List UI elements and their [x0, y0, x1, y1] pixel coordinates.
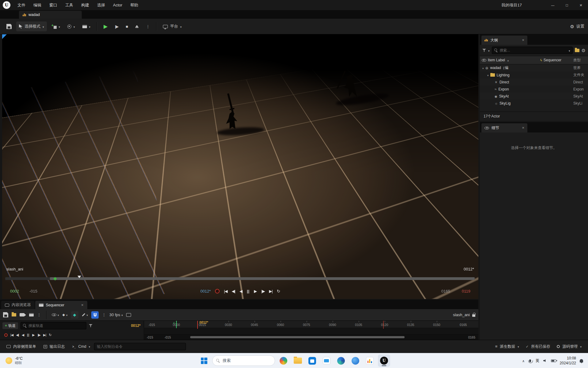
menu-actor[interactable]: Actor — [109, 0, 126, 10]
close-tab-icon[interactable] — [522, 126, 524, 130]
chevron-down-icon[interactable] — [488, 48, 490, 52]
outliner-row-lighting-folder[interactable]: Lighting 文件夹 — [480, 71, 588, 79]
fps-dropdown[interactable]: 30 fps — [109, 312, 123, 317]
browse-sequence-icon[interactable] — [12, 313, 16, 316]
snap-options-kebab-icon[interactable] — [102, 313, 106, 317]
console-command-input[interactable] — [94, 343, 186, 350]
playhead-marker[interactable] — [77, 276, 81, 278]
timeline-ruler[interactable]: -015 0000 0015 0030 0045 0060 0075 0090 … — [144, 321, 478, 328]
play-forward-button[interactable] — [32, 333, 35, 337]
source-control-button[interactable]: 源码管理 — [553, 340, 585, 353]
add-actor-dropdown[interactable] — [49, 21, 63, 31]
minimize-button[interactable] — [546, 0, 560, 10]
menu-build[interactable]: 构建 — [77, 0, 93, 10]
keying-options-dropdown[interactable] — [62, 313, 68, 317]
outliner-search-input[interactable] — [500, 48, 567, 52]
chevron-down-icon[interactable] — [569, 48, 570, 52]
type-column-header[interactable]: 类型 — [573, 58, 588, 63]
menu-edit[interactable]: 编辑 — [29, 0, 45, 10]
curve-editor-icon[interactable] — [126, 313, 131, 317]
jump-to-end-button[interactable] — [43, 333, 46, 337]
output-log-button[interactable]: 输出日志 — [40, 340, 68, 353]
add-track-button[interactable]: + 轨道 — [2, 322, 18, 329]
tab-sequencer[interactable]: Sequencer — [35, 301, 87, 309]
outliner-row-directional-light[interactable]: Direct Direct — [480, 79, 588, 86]
content-drawer-button[interactable]: 内容侧滑菜单 — [3, 340, 40, 353]
render-movie-icon[interactable] — [29, 313, 34, 316]
step-forward-button[interactable] — [261, 289, 265, 293]
save-sequence-icon[interactable] — [3, 312, 8, 317]
notification-bell-icon[interactable] — [580, 359, 583, 362]
item-label-column-header[interactable]: Item Label — [488, 58, 540, 62]
tab-outliner[interactable]: 大纲 — [481, 36, 527, 45]
tab-details[interactable]: 细节 — [481, 123, 527, 132]
jump-to-start-button[interactable] — [224, 289, 227, 293]
edit-options-dropdown[interactable] — [82, 313, 88, 317]
play-forward-button[interactable] — [254, 289, 257, 293]
mail-button[interactable] — [320, 355, 333, 367]
outliner-settings-icon[interactable] — [582, 48, 586, 53]
weather-widget[interactable]: -6°C 晴朗 — [2, 353, 26, 368]
derived-data-button[interactable]: 派生数据 — [492, 340, 522, 353]
track-search-box[interactable] — [21, 322, 86, 329]
level-viewport[interactable]: slash_ani 0012* 0002 -015 0012* — [2, 34, 478, 299]
file-explorer-button[interactable] — [292, 355, 304, 367]
frame-skip-button[interactable] — [112, 21, 121, 31]
blueprints-dropdown[interactable] — [65, 21, 78, 31]
edge-button[interactable] — [335, 355, 347, 367]
timeline-scrollbar[interactable] — [190, 336, 405, 338]
create-folder-icon[interactable] — [575, 49, 579, 52]
menu-tools[interactable]: 工具 — [61, 0, 77, 10]
timeline-playhead[interactable] — [197, 321, 198, 329]
lock-icon[interactable] — [472, 314, 475, 317]
view-options-dropdown[interactable] — [52, 313, 59, 317]
pause-button[interactable] — [247, 289, 250, 293]
playback-start-marker[interactable] — [176, 321, 177, 328]
close-tab-icon[interactable] — [81, 303, 84, 307]
launcher-button[interactable] — [364, 355, 376, 367]
create-camera-icon[interactable] — [20, 313, 24, 316]
all-saved-button[interactable]: 所有已保存 — [522, 340, 554, 353]
clock-widget[interactable]: 10:08 2024/1/22 — [560, 356, 576, 366]
taskbar-search-box[interactable]: 搜索 — [212, 355, 275, 366]
sequencer-column-header[interactable]: Sequencer — [540, 58, 573, 62]
loop-button[interactable] — [277, 289, 280, 293]
stop-button[interactable] — [123, 21, 131, 31]
record-button[interactable] — [215, 289, 220, 293]
level-tab-wadad[interactable]: wadad — [19, 11, 82, 19]
battery-icon[interactable] — [551, 359, 556, 362]
tray-expand-chevron-icon[interactable] — [522, 359, 525, 363]
pause-button[interactable] — [27, 333, 29, 337]
store-button[interactable] — [306, 355, 318, 367]
menu-select[interactable]: 选择 — [93, 0, 109, 10]
unreal-editor-taskbar-button[interactable]: U — [378, 355, 390, 367]
copilot-button[interactable] — [277, 355, 289, 367]
track-search-input[interactable] — [28, 324, 84, 328]
play-reverse-button[interactable] — [22, 333, 24, 337]
play-options-button[interactable] — [143, 21, 153, 31]
menu-window[interactable]: 窗口 — [45, 0, 61, 10]
snap-toggle-button[interactable] — [91, 311, 99, 319]
filter-icon[interactable] — [482, 49, 486, 52]
maximize-button[interactable] — [560, 0, 574, 10]
sequencer-current-frame[interactable]: 0012* — [131, 324, 141, 328]
outliner-row-height-fog[interactable]: Expon Expon — [480, 86, 588, 93]
step-forward-button[interactable] — [38, 333, 40, 337]
start-button[interactable] — [198, 355, 210, 367]
sequencer-timeline[interactable]: -015 0000 0015 0030 0045 0060 0075 0090 … — [144, 321, 478, 340]
record-button[interactable] — [4, 333, 8, 337]
unreal-logo-icon[interactable]: U — [3, 1, 10, 9]
close-tab-icon[interactable] — [522, 38, 524, 42]
viewport-timeline-scrubber[interactable] — [5, 277, 475, 280]
outliner-search-box[interactable] — [492, 47, 573, 54]
platforms-dropdown[interactable]: 平台 — [160, 21, 184, 31]
outliner-row-world[interactable]: wadad（编 世界 — [480, 64, 588, 71]
settings-button[interactable]: 设置 — [570, 24, 584, 29]
loop-button[interactable] — [49, 333, 51, 337]
save-button[interactable] — [4, 21, 14, 31]
step-back-button[interactable] — [232, 289, 235, 293]
cinematics-dropdown[interactable] — [80, 21, 93, 31]
step-back-button[interactable] — [16, 333, 19, 337]
editor-mode-dropdown[interactable]: 选择模式 — [16, 21, 47, 31]
tab-content-browser[interactable]: 内容浏览器 — [1, 301, 35, 309]
